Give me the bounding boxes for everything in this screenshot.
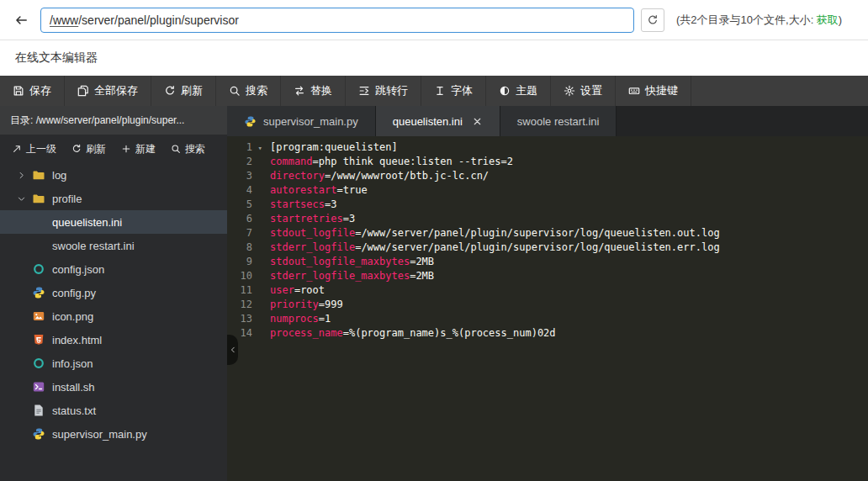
tree-item-swoole-restart-ini[interactable]: swoole restart.ini — [0, 234, 227, 257]
font-icon — [434, 85, 446, 97]
line-number: 8 — [227, 240, 264, 255]
editor-pane: supervisor_main.pyqueuelisten.iniswoole … — [227, 106, 868, 481]
toolbar-hotkeys-button[interactable]: 快捷键 — [616, 76, 691, 106]
toolbar-font-button[interactable]: 字体 — [421, 76, 486, 106]
url-text-www: /www — [50, 13, 78, 27]
sidebar-refresh-button[interactable]: 刷新 — [71, 142, 106, 156]
tree-item-install-sh[interactable]: install.sh — [0, 375, 227, 399]
code-line: directory=/www/wwwroot/btb.jc-lc.cn/ — [270, 169, 868, 183]
toolbar-save-all-label: 全部保存 — [94, 83, 138, 98]
tree-item-log[interactable]: log — [0, 163, 227, 187]
code-line: numprocs=1 — [270, 312, 868, 326]
sidebar-collapse-handle[interactable] — [227, 335, 238, 365]
up-arrow-icon — [12, 144, 22, 154]
sidebar: 目录: /www/server/panel/plugin/super... 上一… — [0, 106, 227, 481]
theme-icon — [499, 85, 511, 97]
back-button[interactable] — [8, 8, 34, 33]
dir-stats-text: (共2个目录与10个文件,大小: — [676, 13, 817, 26]
close-icon[interactable] — [472, 116, 483, 127]
editor-gutter: 1▾234567891011121314 — [227, 140, 264, 481]
code-line: stdout_logfile_maxbytes=2MB — [270, 255, 868, 269]
code-line: stderr_logfile_maxbytes=2MB — [270, 269, 868, 283]
fold-arrow-icon[interactable]: ▾ — [258, 141, 262, 156]
toolbar-replace-button[interactable]: 替换 — [281, 76, 346, 106]
sidebar-up-level-button[interactable]: 上一级 — [12, 142, 56, 156]
python-file-icon — [244, 115, 257, 128]
toolbar-goto-line-label: 跳转行 — [375, 83, 408, 98]
fetch-size-link[interactable]: 获取 — [817, 13, 839, 26]
code-line: stderr_logfile=/www/server/panel/plugin/… — [270, 240, 868, 255]
toolbar-replace-label: 替换 — [310, 83, 332, 98]
shell-file-icon — [32, 380, 45, 394]
reload-button[interactable] — [641, 8, 664, 32]
tab-queuelisten-ini[interactable]: queuelisten.ini — [376, 106, 500, 136]
toolbar-settings-label: 设置 — [580, 83, 602, 98]
chevron-left-icon — [229, 346, 237, 354]
save-all-icon — [77, 85, 89, 97]
toolbar-save-label: 保存 — [29, 83, 51, 98]
toolbar-save-button[interactable]: 保存 — [0, 76, 65, 106]
toolbar-refresh-button[interactable]: 刷新 — [151, 76, 216, 106]
editor-toolbar: 保存全部保存刷新搜索替换跳转行字体主题设置快捷键 — [0, 76, 868, 106]
tree-item-info-json[interactable]: info.json — [0, 352, 227, 375]
line-number: 3 — [227, 169, 264, 183]
line-number: 11 — [227, 283, 264, 298]
tree-item-profile[interactable]: profile — [0, 187, 227, 210]
line-number: 4 — [227, 183, 264, 198]
refresh-icon — [164, 85, 176, 97]
toolbar-settings-button[interactable]: 设置 — [551, 76, 616, 106]
sidebar-new-button[interactable]: 新建 — [121, 142, 156, 156]
refresh-icon — [647, 14, 659, 26]
toolbar-save-all-button[interactable]: 全部保存 — [65, 76, 151, 106]
chevron-right-icon — [17, 171, 26, 180]
page-header: 在线文本编辑器 — [0, 40, 868, 76]
tree-item-config-py[interactable]: config.py — [0, 281, 227, 304]
tab-supervisor-main-py[interactable]: supervisor_main.py — [227, 106, 376, 136]
tree-item-status-txt[interactable]: status.txt — [0, 399, 227, 422]
search-icon — [229, 85, 241, 97]
toolbar-search-label: 搜索 — [246, 83, 267, 98]
line-number: 1▾ — [227, 140, 264, 155]
text-file-icon — [32, 404, 45, 417]
code-line: startretries=3 — [270, 212, 868, 226]
code-line: command=php think queue:listen --tries=2 — [270, 155, 868, 169]
code-line: user=root — [270, 283, 868, 298]
replace-icon — [294, 85, 305, 97]
toolbar-goto-line-button[interactable]: 跳转行 — [346, 76, 421, 106]
image-file-icon — [32, 309, 45, 323]
main-area: 目录: /www/server/panel/plugin/super... 上一… — [0, 106, 868, 481]
plus-icon — [121, 144, 131, 154]
toolbar-search-button[interactable]: 搜索 — [216, 76, 281, 106]
page-title: 在线文本编辑器 — [15, 50, 98, 66]
gear-icon — [564, 85, 575, 97]
keyboard-icon — [628, 85, 640, 97]
tree-item-supervisor-main-py[interactable]: supervisor_main.py — [0, 422, 227, 446]
goto-line-icon — [358, 85, 370, 97]
refresh-icon — [71, 144, 82, 154]
back-arrow-icon — [13, 13, 29, 28]
code-line: startsecs=3 — [270, 198, 868, 212]
tab-bar: supervisor_main.pyqueuelisten.iniswoole … — [227, 106, 868, 136]
sidebar-search-button[interactable]: 搜索 — [171, 142, 205, 156]
line-number: 2 — [227, 155, 264, 169]
tab-swoole-restart-ini[interactable]: swoole restart.ini — [500, 106, 617, 136]
folder-icon — [32, 192, 45, 205]
toolbar-hotkeys-label: 快捷键 — [645, 83, 678, 98]
html-file-icon — [32, 333, 45, 346]
url-input[interactable]: /www/server/panel/plugin/supervisor — [40, 8, 634, 33]
editor-code[interactable]: [program:queuelisten]command=php think q… — [264, 140, 868, 481]
current-directory-label: 目录: /www/server/panel/plugin/super... — [0, 106, 227, 135]
code-line: autorestart=true — [270, 183, 868, 198]
tree-item-queuelisten-ini[interactable]: queuelisten.ini — [0, 210, 227, 234]
editor: 1▾234567891011121314 [program:queueliste… — [227, 136, 868, 481]
toolbar-theme-button[interactable]: 主题 — [486, 76, 551, 106]
line-number: 9 — [227, 255, 264, 269]
line-number: 6 — [227, 212, 264, 226]
python-file-icon — [32, 427, 45, 441]
tree-item-index-html[interactable]: index.html — [0, 328, 227, 352]
toolbar-font-label: 字体 — [451, 83, 473, 98]
code-line: stdout_logfile=/www/server/panel/plugin/… — [270, 226, 868, 240]
tree-item-config-json[interactable]: config.json — [0, 257, 227, 281]
tree-item-icon-png[interactable]: icon.png — [0, 304, 227, 328]
toolbar-theme-label: 主题 — [516, 83, 537, 98]
